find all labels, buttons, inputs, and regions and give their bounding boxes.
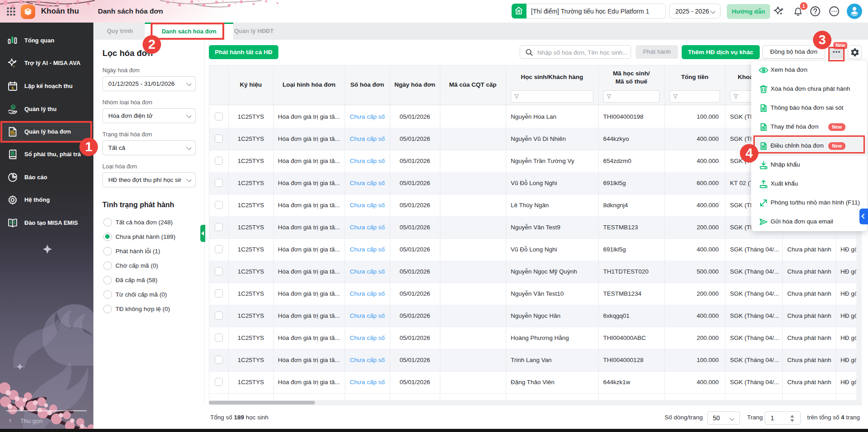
svg-text:$: $	[27, 9, 29, 12]
svg-text:$: $	[11, 86, 14, 90]
svg-text:$: $	[12, 105, 14, 109]
